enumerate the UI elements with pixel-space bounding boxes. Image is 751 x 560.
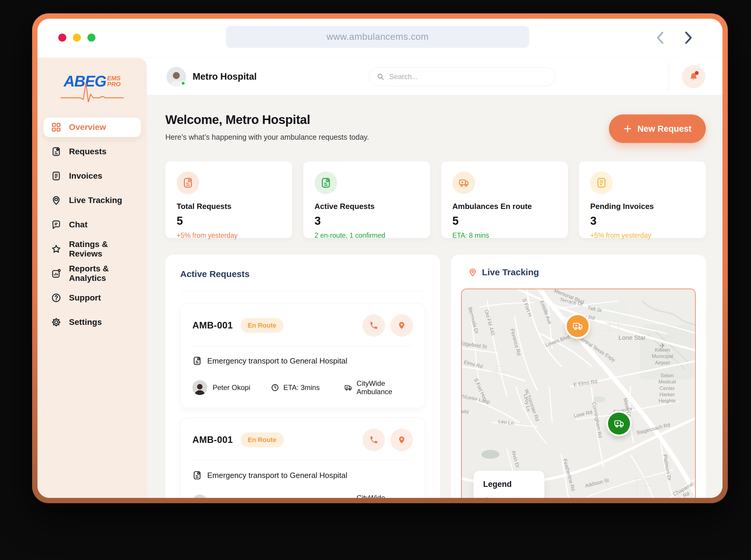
ambulance-marker-confirmed[interactable] (608, 413, 630, 435)
logo-ems-text: EMS (107, 75, 121, 81)
stat-note: +5% from yesterday (177, 232, 281, 240)
ambulance-marker-en-route[interactable] (567, 315, 589, 337)
sidebar-item-live-tracking[interactable]: Live Tracking (43, 191, 141, 210)
logo-pro-text: PRO (107, 81, 121, 87)
driver-avatar (192, 495, 207, 498)
map-label: Lone Star (619, 334, 646, 342)
request-provider: CityWide Ambulance (356, 379, 413, 396)
stat-note: ETA: 8 mins (453, 232, 557, 240)
stat-label: Ambulances En route (453, 202, 557, 211)
minimize-window-button[interactable] (73, 34, 81, 42)
status-badge: En Route (240, 433, 284, 447)
sidebar-item-ratings-reviews[interactable]: Ratings & Reviews (43, 239, 141, 259)
page-title: Welcome, Metro Hospital (165, 113, 369, 127)
map-legend: Legend En Route Confirmed (474, 471, 545, 498)
stat-card-active-requests: Active Requests 3 2 en-route, 1 confirme… (303, 161, 430, 238)
stat-value: 3 (590, 215, 694, 227)
live-tracking-title: Live Tracking (482, 267, 539, 277)
invoice-icon (596, 177, 607, 188)
page-subtitle: Here’s what’s happening with your ambula… (165, 133, 369, 141)
window-controls (58, 34, 95, 42)
grid-icon (51, 122, 61, 132)
sidebar-item-invoices[interactable]: Invoices (43, 166, 141, 186)
address-bar[interactable]: www.ambulancems.com (226, 26, 529, 48)
org-name: Metro Hospital (193, 71, 257, 82)
browser-window: www.ambulancems.com ABEG EMS PRO (32, 13, 728, 503)
request-list: AMB-001 En Route Emergency transpo (180, 303, 425, 498)
logo-abeg-text: ABEG (64, 74, 106, 89)
active-requests-title: Active Requests (180, 269, 425, 279)
live-tracking-map[interactable]: S Fort HOld FM 440Bermuda DrEdgefield St… (461, 288, 696, 498)
sidebar-item-label: Ratings & Reviews (69, 240, 133, 259)
stat-card-pending-invoices: Pending Invoices 3 +5% from yesterday (579, 161, 706, 238)
map-label: Seton Medical Center Harker Heights (653, 373, 681, 404)
forward-button[interactable] (682, 31, 694, 46)
map-label: Killeen Municipal Airport (646, 347, 679, 366)
call-button[interactable] (362, 314, 385, 337)
stat-value: 5 (177, 215, 281, 227)
sidebar-item-label: Settings (69, 317, 102, 327)
dashboard-content: Welcome, Metro Hospital Here’s what’s ha… (147, 95, 723, 498)
stat-label: Active Requests (315, 202, 419, 211)
stat-value: 5 (453, 215, 557, 227)
divider (180, 291, 425, 291)
sidebar-item-chat[interactable]: Chat (43, 215, 141, 235)
request-description: Emergency transport to General Hospital (207, 356, 347, 366)
sidebar-item-reports-analytics[interactable]: Reports & Analytics (43, 264, 141, 283)
location-pin-icon (397, 436, 406, 444)
new-request-button[interactable]: New Request (609, 115, 706, 143)
call-button[interactable] (362, 428, 385, 451)
request-description: Emergency transport to General Hospital (207, 471, 347, 480)
abeg-ems-pro-logo: ABEG EMS PRO (55, 74, 129, 89)
locate-button[interactable] (390, 314, 413, 337)
sidebar-item-settings[interactable]: Settings (43, 313, 141, 332)
status-badge: En Route (240, 318, 284, 333)
search-input[interactable] (389, 72, 547, 81)
gear-icon (51, 317, 61, 327)
sidebar-item-support[interactable]: Support (43, 288, 141, 308)
header-divider (669, 63, 669, 91)
stat-note: 2 en-route, 1 confirmed (315, 232, 419, 240)
en-route-dot (483, 498, 490, 498)
stat-value: 3 (315, 215, 419, 227)
legend-title: Legend (483, 480, 535, 489)
new-request-label: New Request (637, 124, 692, 134)
divider (192, 460, 413, 460)
question-icon (51, 293, 61, 303)
online-status-dot (181, 81, 185, 86)
sidebar: ABEG EMS PRO Overview Requests Invo (37, 58, 147, 498)
locate-button[interactable] (390, 428, 413, 451)
ambulance-icon (613, 418, 625, 429)
app-header: Metro Hospital (147, 58, 723, 95)
chat-icon (51, 220, 61, 230)
legend-item-en-route: En Route (483, 497, 535, 498)
browser-topbar: www.ambulancems.com (37, 19, 723, 58)
live-tracking-panel: Live Tracking (451, 255, 706, 498)
ambulance-icon (572, 320, 583, 332)
notifications-button[interactable] (682, 65, 705, 88)
active-requests-panel: Active Requests AMB-001 En Route (165, 255, 440, 498)
back-button[interactable] (655, 31, 667, 46)
search-icon (377, 73, 384, 81)
stat-card-total-requests: Total Requests 5 +5% from yesterday (165, 161, 292, 238)
main-area: Metro Hospital Welcome, Metro Hospital H… (147, 58, 723, 498)
sidebar-item-label: Overview (69, 122, 106, 132)
stat-note: +5% from yesterday (590, 232, 694, 240)
phone-icon (369, 436, 378, 444)
close-window-button[interactable] (58, 34, 66, 42)
request-id: AMB-001 (192, 320, 233, 331)
stat-label: Pending Invoices (590, 202, 694, 211)
zoom-window-button[interactable] (87, 34, 95, 42)
sidebar-nav: Overview Requests Invoices Live Tracking… (37, 117, 147, 332)
invoice-icon (51, 171, 61, 181)
ambulance-icon (344, 383, 352, 392)
sidebar-item-label: Requests (69, 147, 106, 156)
driver-name: Peter Okopi (213, 383, 250, 392)
sidebar-item-label: Invoices (69, 171, 102, 181)
url-text: www.ambulancems.com (327, 32, 429, 42)
sidebar-item-requests[interactable]: Requests (43, 142, 141, 161)
search-bar[interactable] (369, 67, 555, 86)
ambulance-icon (458, 177, 470, 188)
sidebar-item-overview[interactable]: Overview (43, 117, 141, 137)
sidebar-item-label: Support (69, 293, 101, 303)
